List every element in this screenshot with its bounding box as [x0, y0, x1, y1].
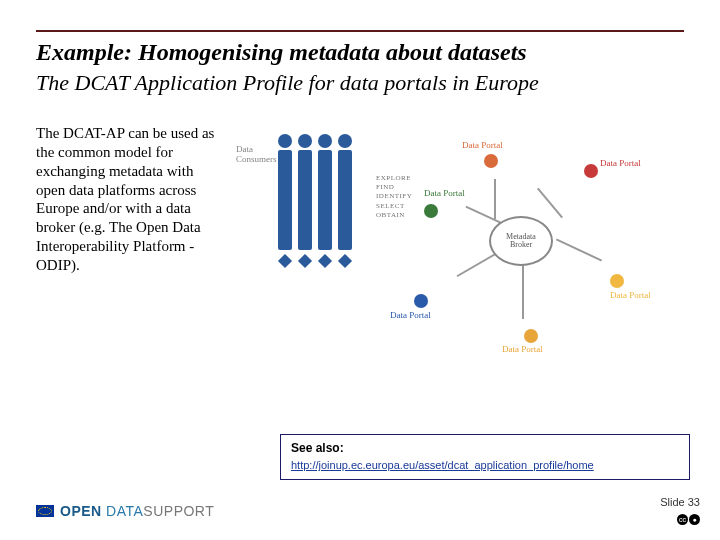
eu-flag-icon [36, 505, 54, 517]
spoke [494, 179, 496, 219]
consumer-bar [318, 134, 332, 266]
spoke [522, 264, 524, 319]
footer-right: Slide 33 cc● [660, 496, 700, 526]
see-also-title: See also: [291, 441, 679, 455]
body-row: The DCAT-AP can be used as the common mo… [36, 124, 684, 354]
consumer-bar [278, 134, 292, 266]
broker-diagram: Metadata Broker Data PortalData PortalDa… [394, 144, 644, 344]
portal-node [584, 164, 598, 178]
consumer-bars [278, 134, 352, 266]
portal-node [524, 329, 538, 343]
consumers-label: Data Consumers [236, 144, 277, 164]
consumer-bar [298, 134, 312, 266]
portal-node [414, 294, 428, 308]
broker-label: Metadata Broker [506, 233, 536, 251]
logo-data: DATA [106, 503, 143, 519]
slide: Example: Homogenising metadata about dat… [0, 0, 720, 540]
logo-open: OPEN [60, 503, 106, 519]
logo-support: SUPPORT [143, 503, 214, 519]
consumer-bar [338, 134, 352, 266]
portal-label: Data Portal [390, 310, 431, 320]
logo: OPEN DATASUPPORT [36, 503, 214, 519]
portal-label: Data Portal [502, 344, 543, 354]
portal-label: Data Portal [610, 290, 651, 300]
portal-node [484, 154, 498, 168]
logo-text: OPEN DATASUPPORT [60, 503, 214, 519]
portal-label: Data Portal [462, 140, 503, 150]
portal-node [610, 274, 624, 288]
slide-subtitle: The DCAT Application Profile for data po… [36, 69, 684, 97]
portal-label: Data Portal [600, 158, 641, 168]
see-also-box: See also: http://joinup.ec.europa.eu/ass… [280, 434, 690, 480]
spoke [537, 188, 563, 218]
cc-license-icon: cc● [677, 514, 700, 525]
slide-title: Example: Homogenising metadata about dat… [36, 38, 684, 67]
portal-node [424, 204, 438, 218]
see-also-link[interactable]: http://joinup.ec.europa.eu/asset/dcat_ap… [291, 459, 594, 471]
spoke [556, 239, 602, 262]
spoke [465, 206, 502, 225]
diagram: Data Consumers EXPLORE FIND IDENTIFY SEL… [236, 124, 684, 354]
footer: OPEN DATASUPPORT Slide 33 cc● [36, 496, 700, 526]
slide-number: Slide 33 [660, 496, 700, 508]
body-text: The DCAT-AP can be used as the common mo… [36, 124, 216, 354]
portal-label: Data Portal [424, 188, 465, 198]
title-rule [36, 30, 684, 32]
broker-center: Metadata Broker [489, 216, 553, 266]
spoke [457, 253, 497, 277]
